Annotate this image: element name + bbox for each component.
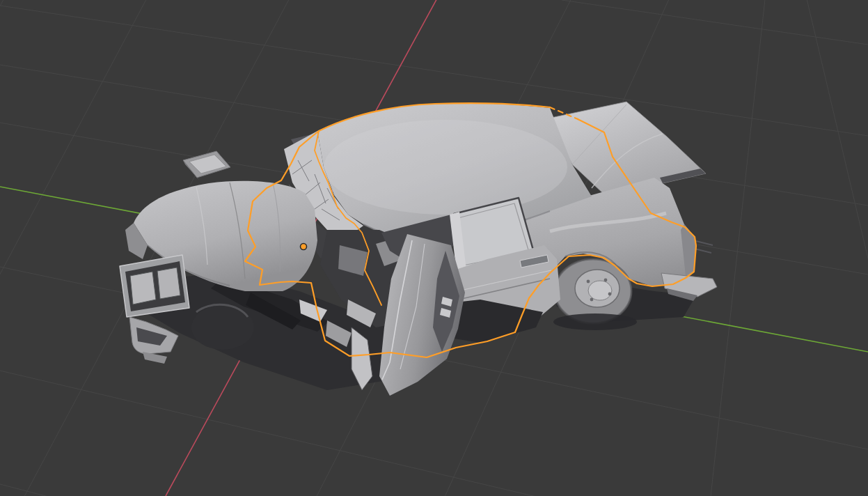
headlight-left: [130, 272, 156, 304]
front-wheel-shadow: [191, 305, 254, 350]
grid-row: [0, 371, 868, 496]
grid-row: [0, 484, 868, 496]
rear-wheel-shadow: [553, 313, 637, 330]
grid-row: [562, 0, 868, 45]
object-origin-marker[interactable]: [301, 244, 307, 250]
headlight-right: [157, 268, 180, 299]
3d-viewport[interactable]: [0, 0, 868, 496]
grid-column: [0, 0, 150, 496]
wrecked-sedan-model[interactable]: [120, 102, 717, 396]
grid-column: [0, 0, 7, 496]
grid-column: [805, 0, 868, 496]
front-grille-headlights[interactable]: [120, 255, 189, 317]
